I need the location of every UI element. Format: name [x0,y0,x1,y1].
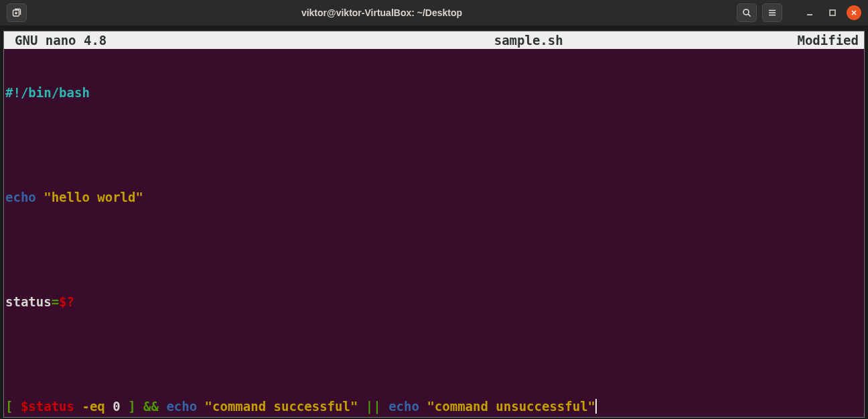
nano-app-name: GNU nano 4.8 [5,32,288,49]
text-cursor [595,399,597,414]
nano-filename: sample.sh [288,32,769,49]
svg-rect-2 [830,10,835,15]
code-var-ref: $status [21,399,74,414]
code-var-name: status [5,294,52,309]
code-exit-status: $? [59,294,74,309]
maximize-button[interactable] [824,4,841,21]
code-echo: echo [5,190,36,204]
code-string: "command unsuccessful" [427,399,595,414]
window-title: viktor@viktor-VirtualBox: ~/Desktop [27,7,737,18]
terminal[interactable]: GNU nano 4.8 sample.sh Modified #!/bin/b… [3,31,865,418]
window-titlebar: viktor@viktor-VirtualBox: ~/Desktop [0,0,868,25]
code-string: "hello world" [44,190,143,204]
search-button[interactable] [737,3,757,22]
nano-status: Modified [769,32,863,49]
nano-titlebar: GNU nano 4.8 sample.sh Modified [4,32,864,49]
code-shebang: #!/bin/bash [5,85,90,100]
minimize-button[interactable] [801,4,818,21]
nano-editor-area[interactable]: #!/bin/bash echo "hello world" status=$?… [4,49,864,419]
svg-point-1 [743,9,749,15]
new-tab-button[interactable] [7,3,27,22]
hamburger-menu-button[interactable] [762,3,782,22]
code-string: "command successful" [205,399,358,414]
close-button[interactable] [847,5,861,20]
